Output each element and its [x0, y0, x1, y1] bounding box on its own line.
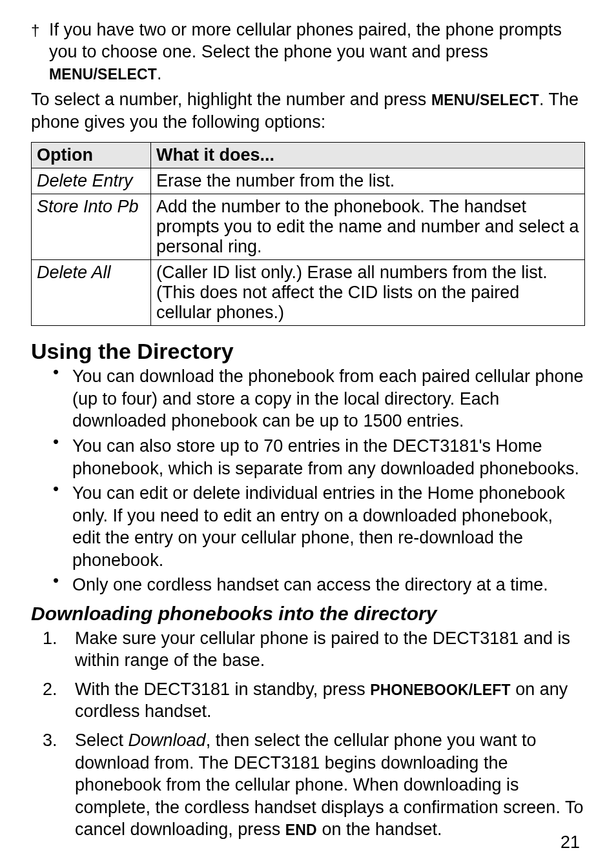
what-cell: Erase the number from the list. — [151, 168, 585, 194]
header-what: What it does... — [151, 143, 585, 168]
step-2-key: PHONEBOOK/LEFT — [370, 681, 510, 698]
page: † If you have two or more cellular phone… — [0, 0, 616, 868]
option-cell: Store Into Pb — [32, 194, 151, 260]
section-title: Using the Directory — [31, 339, 585, 364]
page-number: 21 — [560, 833, 580, 853]
list-item: You can also store up to 70 entries in t… — [53, 435, 585, 479]
intro-paragraph: To select a number, highlight the number… — [31, 88, 585, 133]
table-row: Delete Entry Erase the number from the l… — [32, 168, 585, 194]
footnote: † If you have two or more cellular phone… — [31, 19, 585, 85]
intro-key: MENU/SELECT — [431, 92, 539, 108]
step-1: Make sure your cellular phone is paired … — [43, 627, 585, 672]
options-table: Option What it does... Delete Entry Eras… — [31, 142, 585, 326]
footnote-text: If you have two or more cellular phones … — [49, 19, 585, 85]
step-3-a: Select — [75, 731, 128, 750]
footnote-key: MENU/SELECT — [49, 66, 157, 83]
table-row: Store Into Pb Add the number to the phon… — [32, 194, 585, 260]
option-cell: Delete Entry — [32, 168, 151, 194]
what-cell: (Caller ID list only.) Erase all numbers… — [151, 260, 585, 326]
directory-bullets: You can download the phonebook from each… — [31, 365, 585, 596]
step-2-before: With the DECT3181 in standby, press — [75, 680, 370, 699]
footnote-before: If you have two or more cellular phones … — [49, 20, 562, 61]
step-3: Select Download, then select the cellula… — [43, 729, 585, 841]
list-item: You can download the phonebook from each… — [53, 365, 585, 432]
step-3-ital: Download — [128, 731, 206, 750]
step-3-key: END — [285, 822, 317, 838]
footnote-after: . — [157, 64, 162, 83]
step-2: With the DECT3181 in standby, press PHON… — [43, 678, 585, 723]
list-item: You can edit or delete individual entrie… — [53, 482, 585, 571]
download-steps: Make sure your cellular phone is paired … — [31, 627, 585, 841]
subsection-title: Downloading phonebooks into the director… — [31, 603, 585, 625]
list-item: Only one cordless handset can access the… — [53, 574, 585, 596]
header-option: Option — [32, 143, 151, 168]
table-header-row: Option What it does... — [32, 143, 585, 168]
what-cell: Add the number to the phonebook. The han… — [151, 194, 585, 260]
step-3-c: on the handset. — [317, 820, 442, 839]
intro-before: To select a number, highlight the number… — [31, 90, 431, 109]
table-row: Delete All (Caller ID list only.) Erase … — [32, 260, 585, 326]
footnote-mark: † — [31, 19, 49, 40]
option-cell: Delete All — [32, 260, 151, 326]
